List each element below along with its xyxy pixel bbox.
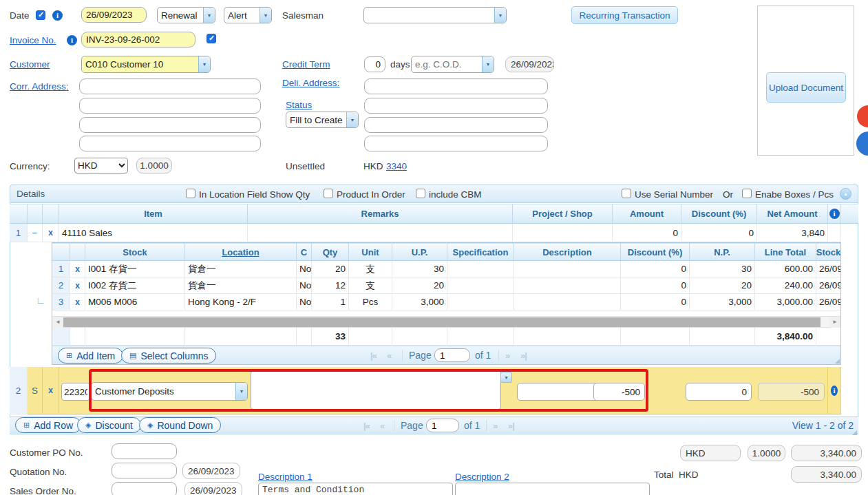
invoice-no-input[interactable] — [81, 32, 195, 48]
location-cell[interactable]: 貨倉一 — [185, 261, 297, 277]
recurring-transaction-button[interactable]: Recurring Transaction — [571, 6, 678, 24]
row2-account-name-input[interactable] — [92, 383, 235, 400]
stock-cell[interactable]: I001 存貨一 — [85, 261, 185, 277]
sub-header-location[interactable]: Location — [185, 243, 297, 261]
date-checkbox[interactable] — [36, 10, 45, 20]
add-row-button[interactable]: ⊞Add Row — [15, 417, 81, 433]
sub-header-description[interactable]: Description — [514, 243, 621, 261]
pager-next-icon[interactable]: » — [505, 350, 509, 361]
location-qty-checkbox[interactable] — [186, 189, 195, 198]
stock-date-cell[interactable]: 26/09/2023 — [816, 294, 840, 310]
status-input[interactable] — [286, 112, 346, 127]
line-total-cell[interactable]: 3,000.00 — [755, 294, 816, 310]
include-cbm-checkbox[interactable] — [416, 189, 425, 198]
credit-term-label[interactable]: Credit Term — [282, 59, 330, 70]
date-input[interactable] — [81, 7, 147, 23]
discount-cell[interactable]: 0 — [621, 261, 690, 277]
corr-address-input-3[interactable] — [79, 117, 261, 133]
row1-item[interactable]: 41110 Sales — [59, 224, 248, 242]
row2-account-combo[interactable] — [91, 382, 248, 401]
chevron-down-icon[interactable] — [203, 8, 215, 23]
alert-combo[interactable] — [224, 7, 272, 23]
scroll-left-arrow-icon[interactable]: ◄ — [52, 317, 63, 328]
deli-address-input-1[interactable] — [364, 78, 548, 94]
credit-type-combo[interactable] — [411, 56, 494, 73]
sub-header-line-total[interactable]: Line Total — [755, 243, 816, 261]
invoice-info-icon[interactable] — [67, 35, 77, 45]
discount-cell[interactable]: 0 — [621, 294, 690, 310]
blue-fab-button[interactable] — [856, 131, 868, 156]
pager-last-icon[interactable]: »| — [520, 350, 527, 361]
scroll-right-arrow-icon[interactable]: ► — [829, 317, 840, 328]
row2-project-input[interactable] — [518, 383, 596, 400]
currency-select[interactable]: HKD — [74, 158, 128, 173]
unit-cell[interactable]: Pcs — [349, 294, 392, 310]
renewal-combo[interactable] — [157, 7, 215, 23]
sub-header-up[interactable]: U.P. — [392, 243, 447, 261]
corr-address-input-1[interactable] — [79, 78, 261, 94]
status-combo[interactable] — [286, 112, 359, 128]
spec-cell[interactable] — [447, 294, 514, 310]
page-input[interactable] — [434, 348, 470, 362]
unit-cell[interactable]: 支 — [349, 277, 392, 294]
deli-address-label[interactable]: Deli. Address: — [282, 78, 339, 88]
discount-cell[interactable]: 0 — [621, 277, 690, 294]
row2-remarks-dropdown-icon[interactable] — [500, 372, 512, 383]
invoice-no-label[interactable]: Invoice No. — [10, 35, 56, 45]
sub-header-unit[interactable]: Unit — [349, 243, 392, 261]
description-cell[interactable] — [514, 261, 621, 277]
description-cell[interactable] — [514, 277, 621, 294]
header-amount[interactable]: Amount — [613, 204, 681, 224]
qty-cell[interactable]: 12 — [312, 277, 349, 294]
add-item-button[interactable]: ⊞Add Item — [58, 348, 123, 364]
chevron-down-icon[interactable] — [482, 56, 494, 72]
use-serial-checkbox[interactable] — [622, 189, 631, 198]
round-down-button[interactable]: ◈Round Down — [139, 417, 221, 433]
corr-address-input-2[interactable] — [79, 98, 261, 114]
header-net-amount[interactable]: Net Amount — [757, 204, 828, 224]
collapse-details-icon[interactable] — [840, 188, 851, 200]
invoice-checkbox[interactable] — [207, 34, 216, 43]
unsettled-amount-link[interactable]: 3340 — [386, 161, 407, 171]
description1-label[interactable]: Description 1 — [258, 472, 313, 482]
stock-row-delete-icon[interactable]: x — [70, 277, 85, 294]
renewal-input[interactable] — [158, 8, 203, 23]
row1-amount[interactable]: 0 — [613, 224, 681, 242]
subgrid-hscrollbar[interactable]: ◄ ► — [52, 316, 840, 328]
header-project-shop[interactable]: Project / Shop — [513, 204, 613, 224]
np-cell[interactable]: 20 — [690, 277, 755, 294]
product-in-order-checkbox[interactable] — [324, 189, 333, 198]
spec-cell[interactable] — [447, 277, 514, 294]
credit-type-input[interactable] — [412, 56, 482, 72]
upload-document-button[interactable]: Upload Document — [766, 72, 846, 103]
pager-first-icon[interactable]: |« — [370, 350, 377, 361]
description2-textarea[interactable] — [455, 483, 650, 495]
chevron-down-icon[interactable] — [235, 383, 247, 400]
row2-delete-icon[interactable]: x — [43, 367, 59, 414]
sub-header-np[interactable]: N.P. — [690, 243, 755, 261]
row2-info-icon[interactable] — [831, 386, 838, 396]
sales-order-no-input[interactable] — [112, 482, 177, 495]
sub-header-stock[interactable]: Stock — [85, 243, 185, 261]
row2-remarks-textarea[interactable] — [251, 370, 501, 410]
qty-cell[interactable]: 20 — [312, 261, 349, 277]
c-cell[interactable]: No — [297, 294, 312, 310]
np-cell[interactable]: 30 — [690, 261, 755, 277]
salesman-combo[interactable] — [363, 7, 507, 23]
sub-header-stock-date[interactable]: Stock — [816, 243, 840, 261]
deli-address-input-4[interactable] — [364, 136, 548, 151]
customer-combo[interactable] — [81, 56, 211, 73]
chevron-down-icon[interactable] — [198, 56, 210, 72]
row2-account-code-input[interactable] — [61, 383, 90, 401]
alert-input[interactable] — [224, 8, 260, 23]
stock-row-delete-icon[interactable]: x — [70, 261, 85, 277]
select-columns-button[interactable]: ▤Select Columns — [121, 348, 216, 364]
description2-label[interactable]: Description 2 — [455, 472, 509, 482]
page-input[interactable] — [426, 419, 459, 432]
stock-date-cell[interactable]: 26/09/2023 — [816, 261, 840, 277]
deli-address-input-3[interactable] — [364, 117, 548, 133]
location-cell[interactable]: 貨倉一 — [185, 277, 297, 294]
row1-collapse-icon[interactable]: − — [28, 224, 43, 242]
stock-cell[interactable]: M006 M006 — [85, 294, 185, 310]
up-cell[interactable]: 20 — [392, 277, 447, 294]
